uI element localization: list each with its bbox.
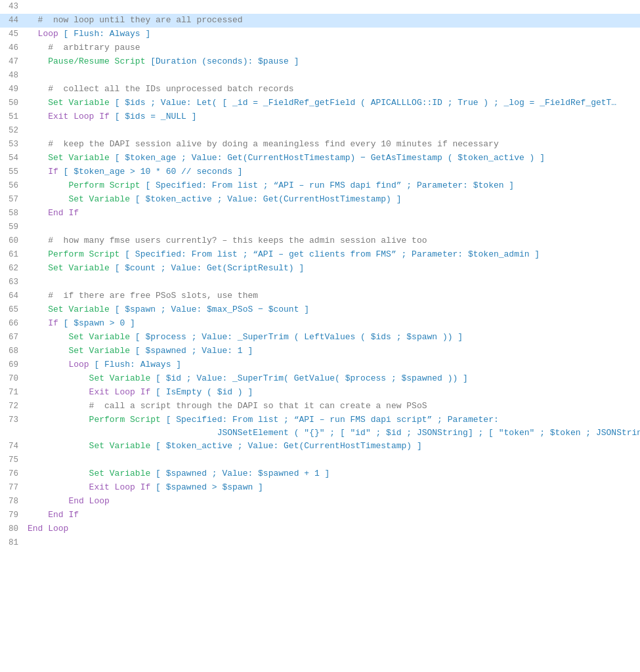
line-number: 63 bbox=[0, 276, 25, 289]
line-number: 59 bbox=[0, 221, 25, 234]
code-line: 58 End If bbox=[0, 207, 640, 220]
token: # arbitrary pause bbox=[28, 43, 140, 52]
line-content: Exit Loop If [ IsEmpty ( $id ) ] bbox=[25, 386, 640, 399]
token: Exit Loop If bbox=[28, 482, 150, 492]
line-number: 43 bbox=[0, 1, 25, 13]
token: [ $token_active ; Value: Get(CurrentHost… bbox=[150, 441, 421, 451]
code-line: 49 # collect all the IDs unprocessed bat… bbox=[0, 83, 640, 96]
code-line: 74 Set Variable [ $token_active ; Value:… bbox=[0, 440, 640, 453]
token: Exit Loop If bbox=[28, 112, 110, 121]
token: [ $id ; Value: _SuperTrim( GetValue( $pr… bbox=[150, 373, 468, 383]
line-number: 66 bbox=[0, 318, 25, 330]
token: [ $count ; Value: Get(ScriptResult) ] bbox=[110, 263, 304, 273]
line-content: # if there are free PSoS slots, use them bbox=[25, 289, 640, 303]
token: [ $token_age ; Value: Get(CurrentHostTim… bbox=[110, 153, 545, 163]
token: Perform Script bbox=[28, 180, 140, 190]
line-number: 61 bbox=[0, 249, 25, 261]
code-line: 50 Set Variable [ $ids ; Value: Let( [ _… bbox=[0, 96, 640, 110]
code-line: 47 Pause/Resume Script [Duration (second… bbox=[0, 55, 640, 69]
line-content: # arbitrary pause bbox=[25, 41, 640, 54]
line-number: 70 bbox=[0, 373, 25, 385]
code-line: 75 bbox=[0, 453, 640, 467]
line-number: 49 bbox=[0, 83, 25, 96]
code-line: 62 Set Variable [ $count ; Value: Get(Sc… bbox=[0, 262, 640, 276]
token: Set Variable bbox=[28, 373, 150, 383]
line-number: 75 bbox=[0, 454, 25, 467]
code-line: 67 Set Variable [ $process ; Value: _Sup… bbox=[0, 331, 640, 345]
line-number: 81 bbox=[0, 537, 25, 549]
line-content: Set Variable [ $count ; Value: Get(Scrip… bbox=[25, 262, 640, 275]
token: Perform Script bbox=[28, 249, 119, 259]
line-content: Loop [ Flush: Always ] bbox=[25, 28, 640, 41]
line-number: 79 bbox=[0, 509, 25, 522]
code-line: 54 Set Variable [ $token_age ; Value: Ge… bbox=[0, 152, 640, 165]
token: Exit Loop If bbox=[28, 387, 150, 397]
code-line: 53 # keep the DAPI session alive by doin… bbox=[0, 138, 640, 152]
line-content: Set Variable [ $token_active ; Value: Ge… bbox=[25, 440, 640, 453]
line-content: Exit Loop If [ $ids = _NULL ] bbox=[25, 110, 640, 123]
code-line: 71 Exit Loop If [ IsEmpty ( $id ) ] bbox=[0, 386, 640, 400]
code-line: 76 Set Variable [ $spawned ; Value: $spa… bbox=[0, 467, 640, 481]
code-editor: 43 44 # now loop until they are all proc… bbox=[0, 0, 640, 672]
line-number: 60 bbox=[0, 235, 25, 247]
token: End Loop bbox=[28, 524, 68, 534]
token: Set Variable bbox=[28, 98, 110, 108]
token: If bbox=[28, 318, 58, 328]
token: [ Specified: From list ; “API – run FMS … bbox=[161, 415, 499, 425]
line-number: 62 bbox=[0, 262, 25, 275]
token: End Loop bbox=[28, 496, 110, 506]
line-number: 45 bbox=[0, 28, 25, 41]
token: [ Specified: From list ; “API – run FMS … bbox=[140, 180, 515, 190]
token: If bbox=[28, 167, 58, 177]
code-line: 57 Set Variable [ $token_active ; Value:… bbox=[0, 193, 640, 207]
token: [ $spawned > $spawn ] bbox=[150, 482, 263, 492]
line-number: 52 bbox=[0, 125, 25, 137]
token: End If bbox=[28, 208, 79, 218]
token: # keep the DAPI session alive by doing a… bbox=[28, 139, 499, 149]
token: [ $process ; Value: _SuperTrim ( LeftVal… bbox=[130, 332, 463, 342]
line-content: Set Variable [ $id ; Value: _SuperTrim( … bbox=[25, 372, 640, 385]
line-content: Set Variable [ $token_age ; Value: Get(C… bbox=[25, 152, 640, 165]
code-line: 51 Exit Loop If [ $ids = _NULL ] bbox=[0, 110, 640, 124]
line-content bbox=[25, 536, 640, 549]
token: JSONSetElement ( "{}" ; [ "id" ; $id ; J… bbox=[217, 428, 640, 438]
line-content: Perform Script [ Specified: From list ; … bbox=[25, 248, 640, 261]
token: [Duration (seconds): $pause ] bbox=[145, 56, 299, 66]
token: [ $token_age > 10 * 60 // seconds ] bbox=[58, 167, 243, 177]
code-line: 46 # arbitrary pause bbox=[0, 41, 640, 55]
token: Loop bbox=[28, 360, 89, 369]
line-content: If [ $token_age > 10 * 60 // seconds ] bbox=[25, 165, 640, 178]
line-number: 73 bbox=[0, 414, 25, 427]
line-number: 71 bbox=[0, 387, 25, 399]
token: [ $ids = _NULL ] bbox=[110, 112, 197, 121]
token: # now loop until they are all processed bbox=[28, 15, 243, 25]
code-line: 61 Perform Script [ Specified: From list… bbox=[0, 248, 640, 262]
code-line: 78 End Loop bbox=[0, 495, 640, 509]
line-content: Pause/Resume Script [Duration (seconds):… bbox=[25, 55, 640, 68]
line-content bbox=[25, 0, 640, 13]
code-line: 81 bbox=[0, 536, 640, 550]
line-number: 65 bbox=[0, 304, 25, 316]
line-content: End Loop bbox=[25, 522, 640, 536]
line-number: 44 bbox=[0, 14, 25, 27]
code-line: 64 # if there are free PSoS slots, use t… bbox=[0, 289, 640, 303]
line-content: Set Variable [ $spawned ; Value: 1 ] bbox=[25, 345, 640, 358]
line-content: Exit Loop If [ $spawned > $spawn ] bbox=[25, 481, 640, 494]
token: [ $spawned ; Value: $spawned + 1 ] bbox=[150, 469, 330, 478]
line-content: If [ $spawn > 0 ] bbox=[25, 317, 640, 330]
line-number: 58 bbox=[0, 207, 25, 220]
line-number: 72 bbox=[0, 400, 25, 413]
line-content bbox=[25, 124, 640, 137]
line-content: End If bbox=[25, 207, 640, 220]
token: [ Specified: From list ; “API – get clie… bbox=[119, 249, 540, 259]
line-content bbox=[25, 220, 640, 234]
code-line: 52 bbox=[0, 124, 640, 138]
token: Set Variable bbox=[28, 263, 110, 273]
line-number: 54 bbox=[0, 152, 25, 165]
code-line: 56 Perform Script [ Specified: From list… bbox=[0, 179, 640, 193]
line-number: 53 bbox=[0, 138, 25, 151]
line-number: 56 bbox=[0, 180, 25, 192]
line-content: # call a script through the DAPI so that… bbox=[25, 400, 640, 413]
token: Set Variable bbox=[28, 469, 150, 478]
line-content: Perform Script [ Specified: From list ; … bbox=[25, 179, 640, 192]
